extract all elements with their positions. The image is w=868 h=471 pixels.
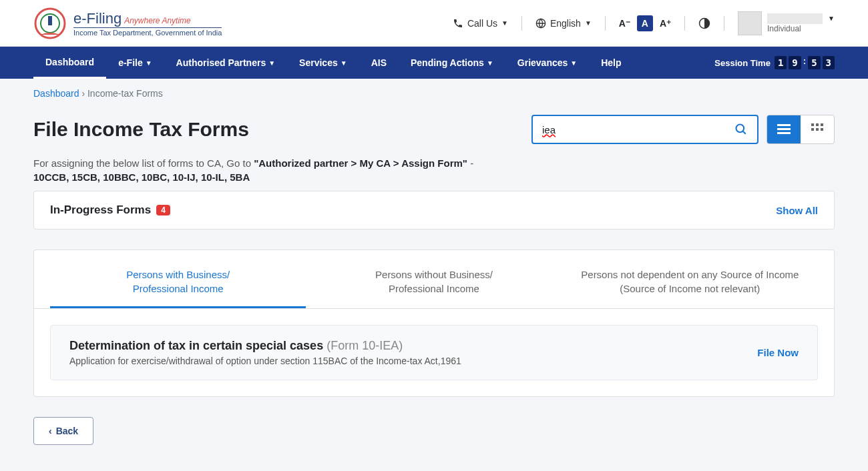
- call-us-dropdown[interactable]: Call Us ▼: [453, 18, 508, 29]
- breadcrumb-root[interactable]: Dashboard: [33, 88, 79, 99]
- avatar: [738, 11, 762, 35]
- page-title: File Income Tax Forms: [33, 118, 249, 141]
- svg-rect-8: [777, 128, 791, 130]
- chevron-down-icon: ▼: [268, 59, 275, 67]
- tab-label-line: Persons with Business/: [57, 268, 299, 282]
- page-body: File Income Tax Forms iea For assigning …: [0, 115, 868, 471]
- form-name: (Form 10-IEA): [327, 339, 403, 352]
- divider: [521, 16, 522, 31]
- nav-efile[interactable]: e-File▼: [106, 47, 164, 79]
- session-digit: 1: [775, 56, 787, 69]
- tab-label-line: Professional Income: [57, 282, 299, 296]
- svg-rect-15: [821, 128, 823, 131]
- font-increase[interactable]: A⁺: [660, 18, 671, 29]
- svg-point-5: [736, 125, 744, 133]
- list-view-button[interactable]: [767, 115, 801, 143]
- inprogress-card: In-Progress Forms 4 Show All: [33, 191, 835, 229]
- user-menu[interactable]: . ▼ Individual: [738, 11, 835, 35]
- chevron-down-icon: ▼: [585, 19, 592, 27]
- list-icon: [777, 124, 791, 135]
- nav-help[interactable]: Help: [589, 47, 633, 79]
- language-dropdown[interactable]: English ▼: [535, 18, 592, 29]
- nav-ais[interactable]: AIS: [359, 47, 399, 79]
- svg-rect-9: [777, 132, 791, 134]
- language-label: English: [550, 18, 581, 29]
- top-controls: Call Us ▼ English ▼ A⁻ A A⁺ . ▼ Individu…: [453, 11, 835, 35]
- brand-tagline: Anywhere Anytime: [124, 16, 191, 25]
- form-item: Determination of tax in certain special …: [50, 325, 818, 380]
- tab-label-line: Persons not dependent on any Source of I…: [569, 268, 811, 282]
- logo[interactable]: e-Filing Anywhere Anytime Income Tax Dep…: [33, 7, 222, 40]
- font-normal[interactable]: A: [637, 15, 653, 31]
- divider: [724, 16, 724, 31]
- brand-efiling: e-Filing: [73, 10, 122, 27]
- search-input-display: iea: [542, 124, 734, 135]
- form-title-text: Determination of tax in certain special …: [69, 339, 323, 352]
- file-now-link[interactable]: File Now: [757, 347, 799, 358]
- nav-label: Grievances: [517, 57, 568, 68]
- nav-label: Services: [299, 57, 338, 68]
- show-all-link[interactable]: Show All: [776, 205, 818, 216]
- phone-icon: [453, 18, 463, 29]
- chevron-down-icon: ▼: [570, 59, 577, 67]
- svg-rect-11: [816, 123, 819, 126]
- search-icon[interactable]: [734, 123, 748, 136]
- form-desc: Application for exercise/withdrawal of o…: [69, 356, 461, 366]
- chevron-down-icon: ▼: [146, 59, 152, 67]
- svg-rect-14: [816, 128, 819, 131]
- inprogress-label-wrap: In-Progress Forms 4: [50, 203, 170, 217]
- font-decrease[interactable]: A⁻: [619, 18, 630, 29]
- inprogress-badge: 4: [156, 205, 170, 215]
- back-label: Back: [56, 426, 78, 436]
- svg-rect-10: [811, 123, 814, 126]
- nav-grievances[interactable]: Grievances▼: [505, 47, 589, 79]
- session-colon: :: [803, 56, 806, 69]
- globe-icon: [535, 18, 546, 29]
- nav-services[interactable]: Services▼: [287, 47, 359, 79]
- breadcrumb-current: Income-tax Forms: [87, 88, 163, 99]
- form-codes: 10CCB, 15CB, 10BBC, 10BC, 10-IJ, 10-IL, …: [33, 171, 835, 183]
- session-digit: 9: [789, 56, 801, 69]
- breadcrumb: Dashboard › Income-tax Forms: [0, 79, 868, 108]
- brand-sub: Income Tax Department, Government of Ind…: [73, 27, 222, 37]
- divider: [684, 16, 685, 31]
- tab-no-source[interactable]: Persons not dependent on any Source of I…: [562, 257, 818, 308]
- svg-rect-13: [811, 128, 814, 131]
- grid-view-button[interactable]: [801, 115, 834, 143]
- emblem-icon: [33, 7, 67, 40]
- svg-rect-2: [48, 16, 52, 25]
- tab-label-line: Professional Income: [312, 282, 555, 296]
- chevron-down-icon: ▼: [501, 19, 508, 27]
- tab-label-line: (Source of Income not relevant): [569, 282, 811, 296]
- title-row: File Income Tax Forms iea: [33, 115, 835, 144]
- chevron-down-icon: ▼: [828, 15, 835, 22]
- font-size-controls: A⁻ A A⁺: [619, 15, 671, 31]
- search-box[interactable]: iea: [531, 115, 758, 144]
- session-digit: 3: [823, 56, 835, 69]
- tab-without-business[interactable]: Persons without Business/ Professional I…: [306, 257, 562, 308]
- session-digit: 5: [808, 56, 820, 69]
- back-button[interactable]: ‹ Back: [33, 417, 93, 445]
- chevron-down-icon: ▼: [341, 59, 347, 67]
- assign-note: For assigning the below list of forms to…: [33, 157, 835, 169]
- session-time: Session Time 1 9 : 5 3: [714, 47, 835, 79]
- topbar: e-Filing Anywhere Anytime Income Tax Dep…: [0, 0, 868, 47]
- forms-card: Persons with Business/ Professional Inco…: [33, 250, 835, 397]
- grid-icon: [811, 123, 823, 135]
- user-type: Individual: [767, 24, 835, 33]
- assign-note-suffix: -: [467, 157, 473, 169]
- nav-label: Pending Actions: [411, 57, 484, 68]
- contrast-icon[interactable]: [698, 17, 710, 29]
- svg-rect-7: [777, 124, 791, 126]
- assign-note-prefix: For assigning the below list of forms to…: [33, 157, 254, 169]
- nav-dashboard[interactable]: Dashboard: [33, 47, 106, 79]
- brand-text: e-Filing Anywhere Anytime Income Tax Dep…: [73, 10, 222, 37]
- assign-note-bold: "Authorized partner > My CA > Assign For…: [254, 157, 467, 169]
- call-us-label: Call Us: [467, 18, 497, 29]
- inprogress-label: In-Progress Forms: [50, 203, 151, 217]
- nav-label: Authorised Partners: [176, 57, 266, 68]
- nav-pending-actions[interactable]: Pending Actions▼: [399, 47, 505, 79]
- chevron-left-icon: ‹: [49, 426, 52, 436]
- tab-business[interactable]: Persons with Business/ Professional Inco…: [50, 257, 306, 308]
- nav-authorised-partners[interactable]: Authorised Partners▼: [164, 47, 288, 79]
